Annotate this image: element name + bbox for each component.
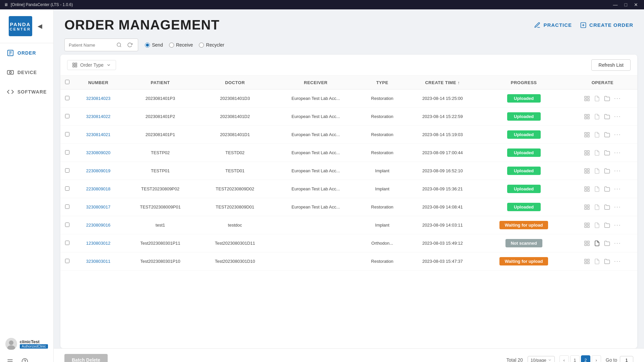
more-options-7[interactable]: ··· — [614, 222, 621, 229]
filter-receive-radio[interactable] — [169, 43, 174, 48]
folder-icon-6[interactable] — [604, 204, 610, 210]
sidebar-item-order[interactable]: ORDER — [0, 43, 53, 63]
svg-rect-50 — [585, 223, 586, 225]
filter-receive[interactable]: Receive — [169, 42, 193, 48]
cell-number-4[interactable]: 2230809019 — [74, 162, 123, 180]
scan-icon-6[interactable] — [584, 204, 590, 210]
folder-icon-4[interactable] — [604, 168, 610, 174]
create-order-button[interactable]: CREATE ORDER — [580, 22, 633, 28]
filter-send-radio[interactable] — [145, 43, 150, 48]
folder-icon-5[interactable] — [604, 186, 610, 192]
cell-patient-7: test1 — [123, 216, 198, 234]
per-page-selector[interactable]: 10/page — [528, 356, 555, 362]
more-options-3[interactable]: ··· — [614, 149, 621, 156]
select-all-checkbox[interactable] — [65, 80, 69, 84]
menu-button[interactable] — [5, 357, 15, 362]
row-checkbox-0[interactable] — [65, 96, 69, 100]
cell-number-1[interactable]: 3230814022 — [74, 108, 123, 126]
sidebar-item-software[interactable]: SOFTWARE — [0, 82, 53, 102]
doc-icon-7[interactable] — [594, 222, 600, 228]
doc-icon-6[interactable] — [594, 204, 600, 210]
search-box[interactable] — [64, 39, 138, 51]
refresh-list-button[interactable]: Refresh List — [591, 59, 631, 71]
doc-icon-5[interactable] — [594, 186, 600, 192]
more-options-8[interactable]: ··· — [614, 240, 621, 247]
scan-icon-9[interactable] — [584, 258, 590, 264]
cell-number-8[interactable]: 1230803012 — [74, 234, 123, 252]
cell-number-6[interactable]: 3230809017 — [74, 198, 123, 216]
filter-recycler-radio[interactable] — [199, 43, 204, 48]
cell-number-3[interactable]: 3230809020 — [74, 144, 123, 162]
row-checkbox-6[interactable] — [65, 204, 69, 209]
folder-icon-1[interactable] — [604, 114, 610, 120]
cell-number-0[interactable]: 3230814023 — [74, 89, 123, 108]
more-options-2[interactable]: ··· — [614, 131, 621, 138]
col-create-time[interactable]: CREATE TIME ↑ — [405, 76, 480, 89]
refresh-search-button[interactable] — [126, 41, 134, 49]
folder-icon-3[interactable] — [604, 150, 610, 156]
more-options-9[interactable]: ··· — [614, 258, 621, 265]
more-options-0[interactable]: ··· — [614, 95, 621, 102]
cell-progress-9: Waiting for upload — [480, 252, 568, 270]
more-options-5[interactable]: ··· — [614, 185, 621, 192]
cell-patient-6: TEST202308009P01 — [123, 198, 198, 216]
more-options-6[interactable]: ··· — [614, 203, 621, 210]
cell-number-2[interactable]: 3230814021 — [74, 126, 123, 144]
filter-recycler[interactable]: Recycler — [199, 42, 224, 48]
cell-patient-5: TEST20230809P02 — [123, 180, 198, 198]
scan-icon-4[interactable] — [584, 168, 590, 174]
search-button[interactable] — [115, 41, 123, 49]
row-checkbox-5[interactable] — [65, 186, 69, 191]
doc-icon-0[interactable] — [594, 96, 600, 102]
scan-icon-2[interactable] — [584, 132, 590, 138]
doc-icon-9[interactable] — [594, 258, 600, 264]
page-2-button[interactable]: 2 — [581, 355, 590, 362]
cell-time-5: 2023-08-09 15:36:21 — [405, 180, 480, 198]
practice-button[interactable]: PRACTICE — [534, 22, 572, 28]
maximize-button[interactable]: □ — [623, 2, 629, 7]
select-all-header[interactable] — [60, 76, 74, 89]
goto-input[interactable] — [620, 356, 633, 362]
order-type-selector[interactable]: Order Type — [67, 60, 116, 70]
sidebar-item-device[interactable]: DEVICE — [0, 63, 53, 82]
more-options-4[interactable]: ··· — [614, 167, 621, 174]
close-button[interactable]: ✕ — [632, 2, 640, 7]
folder-icon-9[interactable] — [604, 258, 610, 264]
scan-icon-8[interactable] — [584, 240, 590, 246]
page-1-button[interactable]: 1 — [570, 355, 580, 362]
doc-icon-8[interactable] — [594, 240, 600, 246]
row-checkbox-9[interactable] — [65, 259, 69, 263]
scan-icon-7[interactable] — [584, 222, 590, 228]
folder-icon-2[interactable] — [604, 132, 610, 138]
cell-number-9[interactable]: 3230803011 — [74, 252, 123, 270]
prev-page-button[interactable]: ‹ — [559, 355, 569, 362]
more-options-1[interactable]: ··· — [614, 113, 621, 120]
folder-icon-7[interactable] — [604, 222, 610, 228]
row-checkbox-4[interactable] — [65, 168, 69, 173]
sidebar-collapse-button[interactable]: ◀ — [35, 22, 45, 30]
scan-icon-3[interactable] — [584, 150, 590, 156]
folder-icon-8[interactable] — [604, 240, 610, 246]
cell-number-5[interactable]: 2230809018 — [74, 180, 123, 198]
minimize-button[interactable]: — — [611, 2, 620, 7]
row-checkbox-8[interactable] — [65, 241, 69, 245]
row-checkbox-7[interactable] — [65, 223, 69, 227]
help-button[interactable] — [20, 357, 30, 362]
next-page-button[interactable]: › — [592, 355, 601, 362]
scan-icon-5[interactable] — [584, 186, 590, 192]
doc-icon-2[interactable] — [594, 132, 600, 138]
search-input[interactable] — [69, 43, 112, 48]
scan-icon-0[interactable] — [584, 96, 590, 102]
doc-icon-4[interactable] — [594, 168, 600, 174]
cell-progress-7: Waiting for upload — [480, 216, 568, 234]
doc-icon-3[interactable] — [594, 150, 600, 156]
folder-icon-0[interactable] — [604, 96, 610, 102]
row-checkbox-2[interactable] — [65, 132, 69, 136]
row-checkbox-3[interactable] — [65, 150, 69, 155]
filter-send[interactable]: Send — [145, 42, 163, 48]
batch-delete-button[interactable]: Batch Delete — [64, 354, 108, 362]
cell-number-7[interactable]: 2230809016 — [74, 216, 123, 234]
doc-icon-1[interactable] — [594, 114, 600, 120]
row-checkbox-1[interactable] — [65, 114, 69, 118]
scan-icon-1[interactable] — [584, 114, 590, 120]
